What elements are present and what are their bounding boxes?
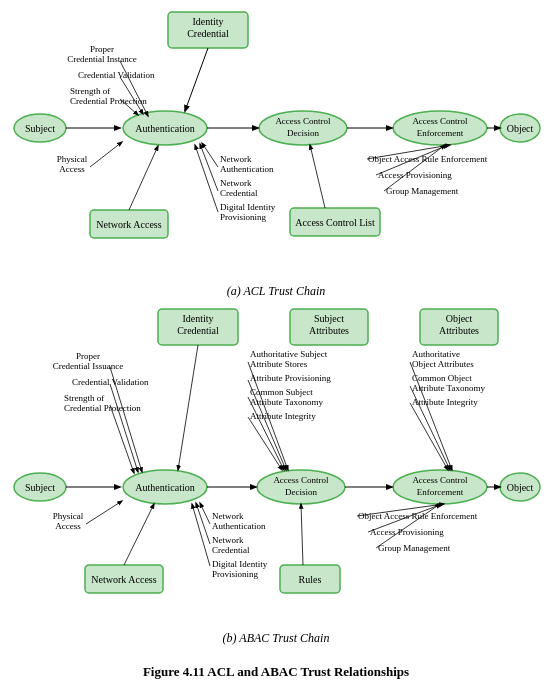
svg-line-95 [110,384,138,472]
svg-text:Network: Network [220,178,252,188]
svg-text:Authoritative Subject: Authoritative Subject [250,349,328,359]
svg-line-93 [178,345,198,470]
caption-b: (b) ABAC Trust Chain [10,631,542,646]
svg-line-30 [90,142,122,167]
svg-line-96 [110,405,134,473]
svg-text:Enforcement: Enforcement [417,128,464,138]
svg-text:Attribute Integrity: Attribute Integrity [412,397,478,407]
svg-text:Digital Identity: Digital Identity [212,559,268,569]
svg-text:Access Control: Access Control [275,116,331,126]
svg-line-109 [124,504,154,565]
svg-text:Credential Protection: Credential Protection [70,96,147,106]
svg-text:Attribute Provisioning: Attribute Provisioning [250,373,331,383]
svg-text:Subject: Subject [25,482,55,493]
svg-text:Group Management: Group Management [378,543,451,553]
svg-text:Network Access: Network Access [96,219,161,230]
svg-text:Proper: Proper [76,351,100,361]
svg-text:Attribute Integrity: Attribute Integrity [250,411,316,421]
svg-text:Object Attributes: Object Attributes [412,359,474,369]
svg-text:Physical: Physical [57,154,88,164]
svg-text:Attributes: Attributes [439,325,479,336]
svg-text:Rules: Rules [299,574,322,585]
svg-text:Decision: Decision [287,128,319,138]
svg-line-24 [185,48,208,111]
figure-title: Figure 4.11 ACL and ABAC Trust Relations… [143,664,409,680]
svg-text:Credential Issuance: Credential Issuance [53,361,124,371]
diagram-a: Identity Credential Proper Credential In… [10,10,542,299]
svg-text:Authentication: Authentication [212,521,266,531]
svg-text:Enforcement: Enforcement [417,487,464,497]
svg-text:Object: Object [507,123,534,134]
svg-text:Authoritative: Authoritative [412,349,460,359]
svg-line-33 [129,146,158,210]
svg-text:Access Control List: Access Control List [295,217,375,228]
svg-text:Digital Identity: Digital Identity [220,202,276,212]
svg-line-42 [195,145,218,212]
svg-text:Strength of: Strength of [64,393,104,403]
svg-text:Access: Access [55,521,81,531]
svg-line-116 [200,503,210,524]
svg-text:Object: Object [446,313,473,324]
svg-text:Authentication: Authentication [135,482,194,493]
svg-text:Subject: Subject [25,123,55,134]
svg-text:Strength of: Strength of [70,86,110,96]
svg-text:Physical: Physical [53,511,84,521]
svg-line-127 [301,504,303,565]
svg-line-106 [86,501,122,524]
svg-text:Common Object: Common Object [412,373,472,383]
svg-text:Network: Network [220,154,252,164]
svg-text:Access: Access [59,164,85,174]
svg-text:Credential: Credential [212,545,250,555]
svg-line-103 [410,403,448,470]
svg-text:Identity: Identity [192,16,223,27]
svg-text:Credential: Credential [187,28,229,39]
svg-text:Network Access: Network Access [91,574,156,585]
svg-text:Decision: Decision [285,487,317,497]
svg-text:Attribute Taxonomy: Attribute Taxonomy [412,383,485,393]
svg-text:Network: Network [212,535,244,545]
figure-container: Identity Credential Proper Credential In… [10,10,542,680]
svg-text:Credential Validation: Credential Validation [78,70,155,80]
svg-text:Authentication: Authentication [220,164,274,174]
svg-text:Credential: Credential [220,188,258,198]
svg-text:Access Control: Access Control [412,475,468,485]
svg-text:Attribute Taxonomy: Attribute Taxonomy [250,397,323,407]
svg-text:Credential Protection: Credential Protection [64,403,141,413]
svg-text:Access Provisioning: Access Provisioning [370,527,444,537]
svg-text:Network: Network [212,511,244,521]
svg-text:Authentication: Authentication [135,123,194,134]
svg-text:Object: Object [507,482,534,493]
svg-text:Provisioning: Provisioning [212,569,259,579]
svg-text:Access Provisioning: Access Provisioning [378,170,452,180]
diagram-b: Identity Credential Subject Attributes O… [10,307,542,646]
svg-text:Group Management: Group Management [386,186,459,196]
svg-line-99 [248,397,284,470]
svg-text:Access Control: Access Control [412,116,468,126]
svg-line-100 [248,417,282,470]
svg-text:Attributes: Attributes [309,325,349,336]
svg-line-51 [310,145,325,208]
svg-text:Credential: Credential [177,325,219,336]
caption-a: (a) ACL Trust Chain [10,284,542,299]
svg-text:Identity: Identity [182,313,213,324]
svg-text:Access Control: Access Control [273,475,329,485]
svg-text:Credential Instance: Credential Instance [67,54,137,64]
svg-text:Proper: Proper [90,44,114,54]
svg-text:Attribute Stores: Attribute Stores [250,359,308,369]
svg-text:Provisioning: Provisioning [220,212,267,222]
svg-text:Subject: Subject [314,313,344,324]
